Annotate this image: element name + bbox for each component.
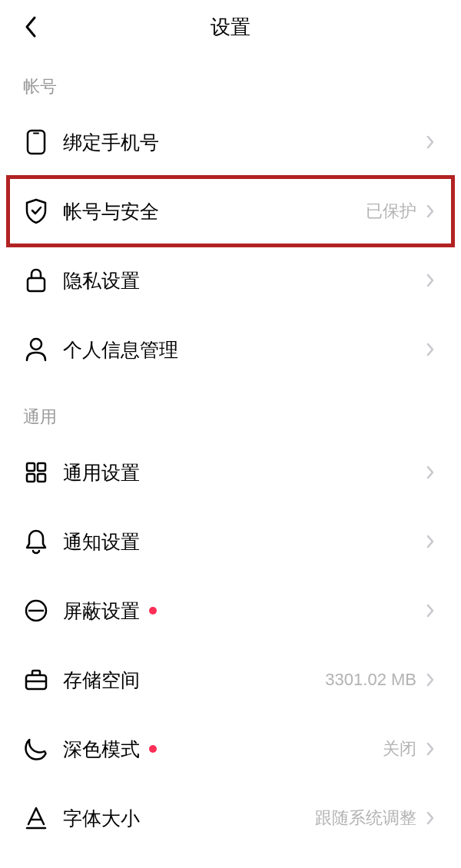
item-label: 通知设置 [63, 529, 140, 555]
lock-icon [23, 267, 49, 293]
bell-icon [23, 528, 49, 555]
item-value: 跟随系统调整 [315, 807, 416, 830]
item-label: 个人信息管理 [63, 337, 178, 363]
item-label: 屏蔽设置 [63, 598, 140, 624]
block-icon [23, 598, 49, 624]
header: 设置 [0, 0, 461, 54]
svg-rect-2 [28, 278, 45, 291]
back-button[interactable] [15, 12, 46, 42]
item-dark-mode[interactable]: 深色模式 关闭 [0, 714, 461, 784]
section-header-account: 帐号 [0, 54, 461, 108]
item-value: 已保护 [366, 200, 416, 223]
chevron-right-icon [423, 134, 438, 150]
item-label: 绑定手机号 [63, 130, 159, 155]
svg-rect-5 [38, 463, 45, 471]
section-header-general: 通用 [0, 384, 461, 438]
chevron-right-icon [423, 204, 438, 219]
item-label: 隐私设置 [63, 268, 140, 293]
chevron-right-icon [423, 741, 438, 757]
font-icon [23, 805, 49, 831]
item-privacy[interactable]: 隐私设置 [0, 246, 461, 315]
item-label: 深色模式 [63, 737, 140, 762]
svg-rect-7 [38, 474, 45, 482]
svg-point-3 [31, 339, 41, 350]
chevron-right-icon [423, 534, 438, 549]
item-storage[interactable]: 存储空间 3301.02 MB [0, 645, 461, 714]
phone-icon [23, 129, 49, 155]
briefcase-icon [23, 667, 49, 693]
grid-icon [23, 459, 49, 485]
user-icon [23, 336, 49, 363]
item-general-settings[interactable]: 通用设置 [0, 438, 461, 507]
shield-check-icon [23, 198, 49, 224]
badge-dot [149, 607, 157, 615]
item-label: 通用设置 [63, 460, 140, 485]
item-font-size[interactable]: 字体大小 跟随系统调整 [0, 784, 461, 853]
chevron-right-icon [423, 603, 438, 618]
chevron-right-icon [423, 273, 438, 288]
page-title: 设置 [211, 14, 250, 41]
svg-rect-6 [27, 474, 35, 482]
item-label: 帐号与安全 [63, 199, 159, 224]
badge-dot [149, 745, 157, 753]
item-label: 字体大小 [63, 806, 140, 831]
chevron-right-icon [423, 672, 438, 687]
item-value: 3301.02 MB [325, 670, 416, 690]
item-value: 关闭 [383, 737, 416, 760]
item-notification[interactable]: 通知设置 [0, 507, 461, 576]
chevron-right-icon [423, 810, 438, 826]
chevron-left-icon [24, 15, 38, 38]
item-personal-info[interactable]: 个人信息管理 [0, 315, 461, 384]
moon-icon [23, 736, 49, 762]
item-label: 存储空间 [63, 668, 140, 693]
chevron-right-icon [423, 342, 438, 357]
chevron-right-icon [423, 465, 438, 480]
item-bind-phone[interactable]: 绑定手机号 [0, 108, 461, 177]
item-block[interactable]: 屏蔽设置 [0, 576, 461, 645]
item-account-security[interactable]: 帐号与安全 已保护 [0, 177, 461, 246]
svg-rect-4 [27, 463, 35, 471]
